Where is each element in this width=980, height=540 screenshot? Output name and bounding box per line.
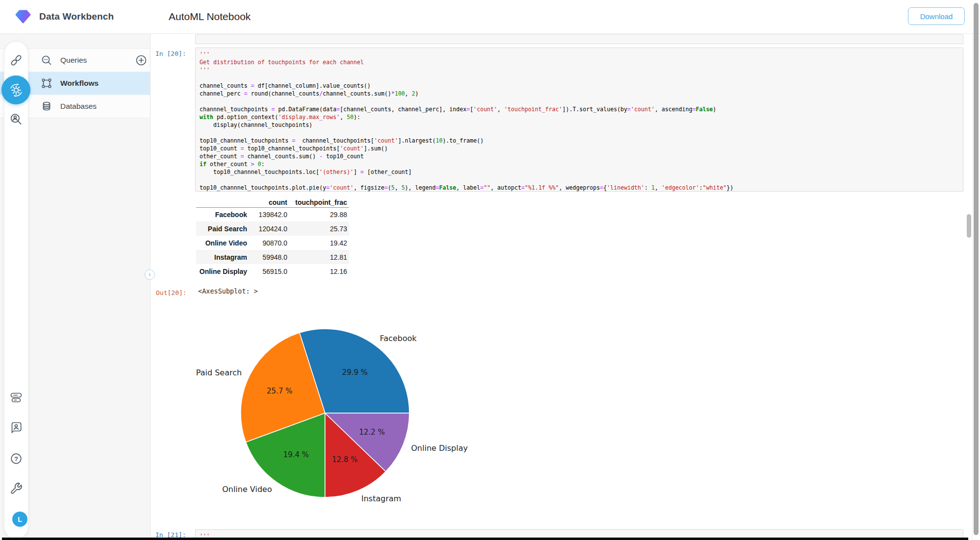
code-line: Get distribution of touchpoints for each… <box>200 58 959 66</box>
download-button[interactable]: Download <box>908 7 965 25</box>
cards-icon[interactable] <box>4 391 28 404</box>
sidebar-collapse-button[interactable]: ‹ <box>145 270 155 280</box>
database-icon <box>41 101 52 112</box>
touchpoint-frac-cell: 29.88 <box>289 207 349 221</box>
help-icon[interactable]: ? <box>4 452 28 465</box>
table-column-header: touchpoint_frac <box>289 194 349 207</box>
previous-cell-edge <box>195 34 963 44</box>
code-line <box>200 129 959 137</box>
row-index-label: Facebook <box>196 207 249 221</box>
table-row: Instagram59948.012.81 <box>196 250 349 264</box>
add-query-button[interactable] <box>136 55 147 66</box>
gem-icon <box>15 9 31 24</box>
code-line: top10_channnel_touchpoints.loc['(others)… <box>200 168 959 176</box>
code-line <box>200 176 959 184</box>
app-root: Data Workbench AutoML Notebook Download … <box>0 0 980 540</box>
code-line: if other_count > 0: <box>200 160 959 168</box>
question-mark-glyph: ? <box>14 455 18 463</box>
row-index-label: Online Display <box>196 264 249 278</box>
workflow-nodes-icon <box>41 78 52 89</box>
code-line: other_count = channel_counts.sum() - top… <box>200 152 959 160</box>
code-line: top10_count = top10_channnel_touchpoints… <box>200 145 959 152</box>
code-cell-input[interactable]: '''Get distribution of touchpoints for e… <box>195 48 963 192</box>
pie-category-label: Facebook <box>380 334 417 343</box>
contact-card-icon[interactable] <box>4 421 28 434</box>
notebook-panel: In [20]: '''Get distribution of touchpoi… <box>151 33 973 540</box>
cell-output-prompt: Out[20]: <box>156 289 187 296</box>
table-corner <box>196 194 249 207</box>
gear-sync-icon <box>8 82 24 98</box>
app-header: Data Workbench AutoML Notebook Download <box>0 0 980 34</box>
count-cell: 139842.0 <box>249 207 289 221</box>
code-line: channel_perc = round(channel_counts/chan… <box>200 90 959 98</box>
pie-category-label: Instagram <box>361 494 401 503</box>
code-line <box>200 74 959 82</box>
touchpoint-frac-cell: 19.42 <box>289 236 349 250</box>
code-line: channel_counts = df[channel_column].valu… <box>200 82 959 90</box>
code-line: top10_channnel_touchpoints = channnel_to… <box>200 137 959 145</box>
count-cell: 59948.0 <box>249 250 289 264</box>
icon-rail: ? L <box>4 41 28 539</box>
user-avatar[interactable]: L <box>12 512 27 527</box>
table-row: Paid Search120424.025.73 <box>196 221 349 236</box>
row-index-label: Paid Search <box>196 221 249 236</box>
touchpoint-frac-cell: 12.81 <box>289 250 349 264</box>
code-line: ''' <box>200 50 959 58</box>
workflows-active-button[interactable] <box>1 75 30 104</box>
code-line: top10_channnel_touchpoints.plot.pie(y='c… <box>200 184 959 192</box>
notebook-scrollbar-thumb[interactable] <box>967 214 971 238</box>
window-bottom-edge <box>2 538 968 540</box>
dataframe-output-table: counttouchpoint_fracFacebook139842.029.8… <box>196 194 349 278</box>
page-title: AutoML Notebook <box>169 0 251 33</box>
code-line: display(channnel_touchpoints) <box>200 121 959 129</box>
count-cell: 90870.0 <box>249 236 289 250</box>
sidebar-item-label: Databases <box>60 102 97 111</box>
touchpoint-frac-cell: 12.16 <box>289 264 349 278</box>
code-line: ''' <box>200 66 959 74</box>
table-row: Facebook139842.029.88 <box>196 207 349 221</box>
avatar-initial: L <box>18 515 22 523</box>
window-scrollbar[interactable] <box>974 3 979 535</box>
brand-name: Data Workbench <box>39 11 114 22</box>
wrench-icon[interactable] <box>4 482 28 495</box>
table-row: Online Video90870.019.42 <box>196 236 349 250</box>
sidebar-item-label: Workflows <box>60 79 99 88</box>
code-line <box>200 98 959 105</box>
pie-percent-label: 29.9 % <box>342 368 368 377</box>
count-cell: 56915.0 <box>249 264 289 278</box>
table-row: Online Display56915.012.16 <box>196 264 349 278</box>
code-editor: '''Get distribution of touchpoints for e… <box>200 50 959 192</box>
queries-search-icon <box>41 55 52 66</box>
touchpoint-frac-cell: 25.73 <box>289 221 349 236</box>
row-index-label: Instagram <box>196 250 249 264</box>
pie-percent-label: 19.4 % <box>283 450 309 459</box>
row-index-label: Online Video <box>196 236 249 250</box>
pie-percent-label: 25.7 % <box>267 387 292 395</box>
code-line: with pd.option_context('display.max_rows… <box>200 113 959 121</box>
sidebar-item-label: Queries <box>60 56 87 65</box>
pie-category-label: Paid Search <box>196 368 242 377</box>
pie-category-label: Online Video <box>222 485 272 494</box>
plus-circle-icon <box>136 55 147 66</box>
count-cell: 120424.0 <box>249 221 289 236</box>
pie-percent-label: 12.2 % <box>359 428 384 437</box>
pie-chart: 29.9 %Facebook25.7 %Paid Search19.4 %Onl… <box>151 308 641 540</box>
link-icon[interactable] <box>4 53 28 67</box>
user-search-icon[interactable] <box>4 113 28 126</box>
cell-input-prompt: In [20]: <box>155 50 186 57</box>
table-column-header: count <box>249 194 289 207</box>
axes-subplot-repr: <AxesSubplot: > <box>198 287 258 295</box>
pie-percent-label: 12.8 % <box>332 455 357 464</box>
code-line: channnel_touchpoints = pd.DataFrame(data… <box>200 105 959 113</box>
brand: Data Workbench <box>15 0 114 33</box>
pie-category-label: Online Display <box>411 443 468 453</box>
